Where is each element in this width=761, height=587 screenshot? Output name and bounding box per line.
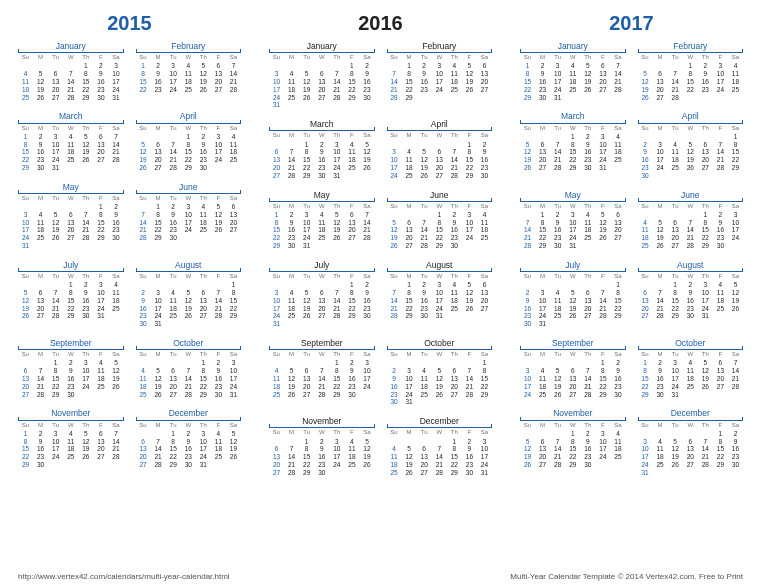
week-row: 1 (638, 133, 744, 141)
week-row: 20212223242526 (136, 453, 242, 461)
week-row: 1234 (18, 281, 124, 289)
month: JanuarySuMTuWThFSa1234567891011121314151… (520, 41, 626, 101)
month-name: December (387, 416, 493, 428)
week-row: 21222324252627 (387, 305, 493, 313)
month-name: January (18, 41, 124, 53)
week-row: 17181920212223 (638, 453, 744, 461)
day-headers: SuMTuWThFSa (520, 273, 626, 280)
week-row: 10111213141516 (387, 156, 493, 164)
month: AugustSuMTuWThFSa 1234567891011121314151… (136, 260, 242, 328)
week-row: 11121314151617 (387, 453, 493, 461)
week-row: 17181920212223 (520, 383, 626, 391)
year-column: 2017JanuarySuMTuWThFSa123456789101112131… (520, 12, 743, 477)
week-row: 20212223242526 (269, 461, 375, 469)
week-row: 567891011 (18, 289, 124, 297)
month-name: February (387, 41, 493, 53)
month: AugustSuMTuWThFSa 1234567891011121314151… (638, 260, 744, 328)
week-row: 2627282930 (520, 461, 626, 469)
month: AprilSuMTuWThFSa 12345678910111213141516… (638, 111, 744, 179)
week-row: 3031 (136, 320, 242, 328)
month-name: December (136, 408, 242, 420)
week-row: 16171819202122 (520, 305, 626, 313)
week-row: 15161718192021 (136, 78, 242, 86)
month-name: February (136, 41, 242, 53)
week-row: 3456789 (18, 211, 124, 219)
week-row: 22232425262728 (520, 86, 626, 94)
week-row: 19202122232425 (18, 305, 124, 313)
day-headers: SuMTuWThFSa (269, 273, 375, 280)
month-name: June (136, 182, 242, 194)
month: JulySuMTuWThFSa 123456789101112131415161… (18, 260, 124, 328)
day-headers: SuMTuWThFSa (520, 422, 626, 429)
month-name: August (136, 260, 242, 272)
day-headers: SuMTuWThFSa (18, 195, 124, 202)
week-row: 31 (18, 242, 124, 250)
week-row: 293031 (638, 391, 744, 399)
week-row: 22232425262728 (18, 453, 124, 461)
month: JanuarySuMTuWThFSa 123456789101112131415… (18, 41, 124, 101)
month-name: August (638, 260, 744, 272)
week-row: 28293031 (387, 312, 493, 320)
year-column: 2016JanuarySuMTuWThFSa 12345678910111213… (269, 12, 492, 477)
week-row: 15161718192021 (18, 445, 124, 453)
month: JanuarySuMTuWThFSa 123456789101112131415… (269, 41, 375, 109)
week-row: 25262728293031 (18, 94, 124, 102)
year-title: 2015 (18, 12, 241, 35)
week-row: 78910111213 (520, 219, 626, 227)
day-headers: SuMTuWThFSa (638, 54, 744, 61)
week-row: 1234567 (136, 62, 242, 70)
week-row: 123 (387, 438, 493, 446)
week-row: 12131415161718 (520, 445, 626, 453)
month-name: January (269, 41, 375, 53)
week-row: 2930 (18, 461, 124, 469)
week-row: 22232425262728 (18, 156, 124, 164)
week-row: 10111213141516 (638, 445, 744, 453)
week-row: 31 (269, 320, 375, 328)
week-row: 12345 (18, 359, 124, 367)
week-row: 262728293031 (520, 164, 626, 172)
month: JuneSuMTuWThFSa 123456789101112131415161… (638, 190, 744, 250)
week-row: 12345 (269, 438, 375, 446)
day-headers: SuMTuWThFSa (387, 132, 493, 139)
week-row: 24252627282930 (638, 461, 744, 469)
week-row: 12345 (136, 430, 242, 438)
day-headers: SuMTuWThFSa (520, 125, 626, 132)
week-row: 24252627282930 (269, 312, 375, 320)
footer-url: http://www.vertex42.com/calendars/multi-… (18, 572, 230, 581)
week-row: 15161718192021 (18, 148, 124, 156)
week-row: 19202122232425 (136, 156, 242, 164)
week-row: 18192021222324 (18, 86, 124, 94)
month-name: July (18, 260, 124, 272)
week-row: 15161718192021 (520, 78, 626, 86)
week-row: 22232425262728 (269, 234, 375, 242)
week-row: 11121314151617 (136, 375, 242, 383)
week-row: 20212223242526 (18, 383, 124, 391)
week-row: 23242526272829 (136, 312, 242, 320)
day-headers: SuMTuWThFSa (18, 54, 124, 61)
week-row: 1234567 (18, 430, 124, 438)
month: FebruarySuMTuWThFSa 12345678910111213141… (638, 41, 744, 101)
week-row: 19202122232425 (387, 234, 493, 242)
month-name: October (387, 338, 493, 350)
week-row: 3456789 (269, 70, 375, 78)
week-row: 10111213141516 (18, 219, 124, 227)
week-row: 19202122232425 (520, 453, 626, 461)
week-row: 3456789 (269, 289, 375, 297)
month-name: October (136, 338, 242, 350)
week-row: 293031 (18, 164, 124, 172)
month: MaySuMTuWThFSa12345678910111213141516171… (269, 190, 375, 250)
week-row: 17181920212223 (269, 305, 375, 313)
week-row: 45678910 (638, 219, 744, 227)
week-row: 262728293031 (18, 312, 124, 320)
week-row: 9101112131415 (136, 297, 242, 305)
month-name: September (520, 338, 626, 350)
day-headers: SuMTuWThFSa (136, 422, 242, 429)
week-row: 18192021222324 (387, 461, 493, 469)
week-row: 24252627282930 (387, 172, 493, 180)
month: SeptemberSuMTuWThFSa 1234567891011121314… (18, 338, 124, 398)
week-row: 12 (638, 430, 744, 438)
week-row: 6789101112 (18, 367, 124, 375)
week-row: 2627282930 (387, 242, 493, 250)
month-grid: JanuarySuMTuWThFSa1234567891011121314151… (520, 41, 743, 477)
day-headers: SuMTuWThFSa (387, 203, 493, 210)
